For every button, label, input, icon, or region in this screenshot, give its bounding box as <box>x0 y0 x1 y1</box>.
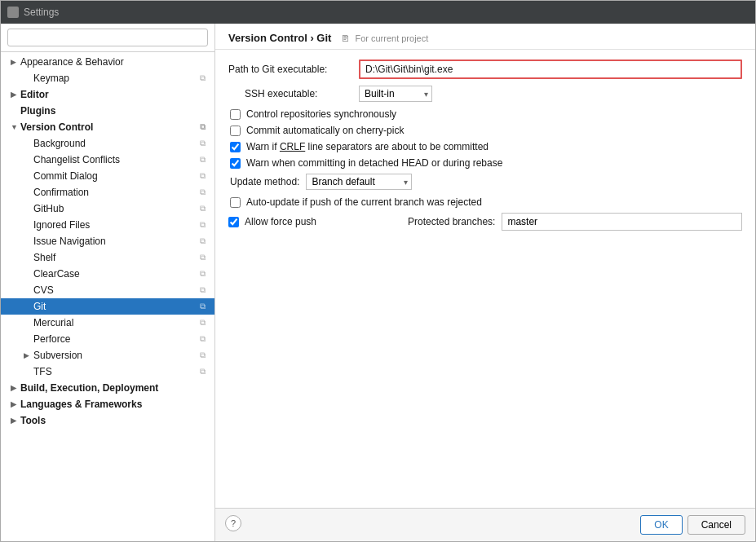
arrow-icon: ▶ <box>11 416 19 425</box>
ok-button[interactable]: OK <box>640 515 682 535</box>
page-icon: ⧉ <box>197 252 208 263</box>
page-icon: ⧉ <box>197 138 208 149</box>
control-repos-label: Control repositories synchronously <box>246 108 396 120</box>
sidebar-item-git[interactable]: Git ⧉ <box>1 298 214 315</box>
git-executable-row: Path to Git executable: <box>228 59 742 79</box>
checkbox-commit-cherry[interactable]: Commit automatically on cherry-pick <box>228 125 742 136</box>
sidebar-item-label: Subversion <box>33 350 82 361</box>
sidebar-item-languages[interactable]: ▶ Languages & Frameworks <box>1 396 214 412</box>
page-icon: ⧉ <box>197 317 208 328</box>
panel-header: Version Control › Git 🖹 For current proj… <box>215 24 755 50</box>
warn-crlf-checkbox[interactable] <box>230 142 241 152</box>
force-push-checkbox[interactable] <box>228 217 239 227</box>
arrow-icon: ▶ <box>11 384 19 392</box>
sidebar: ▶ Appearance & Behavior Keymap ⧉ ▶ Edito… <box>1 24 215 541</box>
cancel-button[interactable]: Cancel <box>687 515 745 535</box>
sidebar-item-issue-navigation[interactable]: Issue Navigation ⧉ <box>1 233 214 249</box>
arrow-icon: ▶ <box>11 58 19 66</box>
sidebar-item-label: Git <box>33 301 46 312</box>
sidebar-item-label: Perforce <box>33 333 70 345</box>
sidebar-item-label: Background <box>33 138 86 149</box>
sidebar-item-label: Build, Execution, Deployment <box>20 382 158 394</box>
page-icon: ⧉ <box>197 170 208 182</box>
sidebar-item-label: Confirmation <box>33 187 89 198</box>
sidebar-item-github[interactable]: GitHub ⧉ <box>1 200 214 217</box>
sidebar-item-plugins[interactable]: Plugins <box>1 103 214 119</box>
sidebar-item-label: Tools <box>20 415 46 426</box>
sidebar-item-editor[interactable]: ▶ Editor <box>1 86 214 103</box>
page-icon: ⧉ <box>197 73 208 84</box>
commit-cherry-checkbox[interactable] <box>230 126 241 136</box>
sidebar-item-tools[interactable]: ▶ Tools <box>1 412 214 429</box>
page-icon: ⧉ <box>197 154 208 165</box>
force-push-left: Allow force push <box>228 216 391 227</box>
sidebar-item-background[interactable]: Background ⧉ <box>1 135 214 152</box>
commit-cherry-label: Commit automatically on cherry-pick <box>246 125 404 136</box>
page-icon: ⧉ <box>197 236 208 247</box>
sidebar-item-cvs[interactable]: CVS ⧉ <box>1 282 214 298</box>
page-icon: ⧉ <box>197 284 208 296</box>
sidebar-item-shelf[interactable]: Shelf ⧉ <box>1 249 214 266</box>
sidebar-item-label: Changelist Conflicts <box>33 154 120 165</box>
sidebar-item-label: CVS <box>33 284 54 296</box>
sidebar-item-version-control[interactable]: ▼ Version Control ⧉ <box>1 119 214 135</box>
sidebar-item-label: Languages & Frameworks <box>20 399 142 410</box>
arrow-icon: ▶ <box>11 90 19 99</box>
page-icon: ⧉ <box>197 219 208 231</box>
sidebar-item-commit-dialog[interactable]: Commit Dialog ⧉ <box>1 168 214 184</box>
sidebar-item-build[interactable]: ▶ Build, Execution, Deployment <box>1 380 214 396</box>
protected-branches-input[interactable] <box>502 213 742 231</box>
update-method-select-wrapper[interactable]: Branch default Merge Rebase <box>306 174 412 190</box>
sidebar-item-changelist[interactable]: Changelist Conflicts ⧉ <box>1 152 214 168</box>
checkbox-control-repos[interactable]: Control repositories synchronously <box>228 108 742 120</box>
checkbox-warn-detached[interactable]: Warn when committing in detached HEAD or… <box>228 157 742 169</box>
app-icon <box>7 7 19 18</box>
page-icon: ⧉ <box>197 333 208 345</box>
sidebar-item-label: Commit Dialog <box>33 170 98 182</box>
sidebar-item-confirmation[interactable]: Confirmation ⧉ <box>1 184 214 200</box>
control-repos-checkbox[interactable] <box>230 109 241 120</box>
git-executable-input[interactable] <box>359 59 742 79</box>
settings-window: Settings ▶ Appearance & Behavior Keymap … <box>0 0 756 542</box>
sidebar-item-clearcase[interactable]: ClearCase ⧉ <box>1 266 214 282</box>
sidebar-item-label: Shelf <box>33 252 55 263</box>
sidebar-item-label: Mercurial <box>33 317 73 328</box>
sidebar-item-subversion[interactable]: ▶ Subversion ⧉ <box>1 347 214 364</box>
sidebar-item-label: Issue Navigation <box>33 236 106 247</box>
sidebar-item-perforce[interactable]: Perforce ⧉ <box>1 331 214 347</box>
arrow-icon: ▼ <box>11 123 19 131</box>
force-push-label: Allow force push <box>245 216 316 227</box>
ssh-select[interactable]: Built-in Native <box>359 86 432 102</box>
update-method-select[interactable]: Branch default Merge Rebase <box>306 174 412 190</box>
sidebar-item-label: Appearance & Behavior <box>20 56 124 68</box>
auto-update-checkbox[interactable] <box>230 197 241 208</box>
sidebar-item-appearance[interactable]: ▶ Appearance & Behavior <box>1 54 214 70</box>
update-method-label: Update method: <box>230 176 299 187</box>
search-input[interactable] <box>7 29 208 46</box>
checkbox-auto-update[interactable]: Auto-update if push of the current branc… <box>228 196 742 208</box>
checkbox-warn-crlf[interactable]: Warn if CRLF line separators are about t… <box>228 141 742 152</box>
page-icon: ⧉ <box>197 350 208 361</box>
git-executable-label: Path to Git executable: <box>228 64 359 75</box>
sidebar-item-label: ClearCase <box>33 268 80 280</box>
panel-breadcrumb: Version Control › Git <box>228 32 331 44</box>
warn-detached-checkbox[interactable] <box>230 158 241 169</box>
ssh-row: SSH executable: Built-in Native <box>228 86 742 102</box>
warn-crlf-label: Warn if CRLF line separators are about t… <box>246 141 489 152</box>
help-button[interactable]: ? <box>225 515 241 531</box>
ssh-label: SSH executable: <box>245 88 359 99</box>
nav-tree: ▶ Appearance & Behavior Keymap ⧉ ▶ Edito… <box>1 52 214 541</box>
search-box[interactable] <box>1 24 214 52</box>
page-icon: ⧉ <box>197 268 208 280</box>
panel-subtitle-icon: 🖹 <box>341 33 350 43</box>
right-panel: Version Control › Git 🖹 For current proj… <box>215 24 755 541</box>
sidebar-item-ignored-files[interactable]: Ignored Files ⧉ <box>1 217 214 233</box>
ssh-select-wrapper[interactable]: Built-in Native <box>359 86 432 102</box>
page-icon: ⧉ <box>197 121 208 133</box>
sidebar-item-label: TFS <box>33 366 52 377</box>
force-push-row: Allow force push Protected branches: <box>228 213 742 231</box>
sidebar-item-mercurial[interactable]: Mercurial ⧉ <box>1 315 214 331</box>
sidebar-item-keymap[interactable]: Keymap ⧉ <box>1 70 214 86</box>
main-content: ▶ Appearance & Behavior Keymap ⧉ ▶ Edito… <box>1 24 755 541</box>
sidebar-item-tfs[interactable]: TFS ⧉ <box>1 364 214 380</box>
